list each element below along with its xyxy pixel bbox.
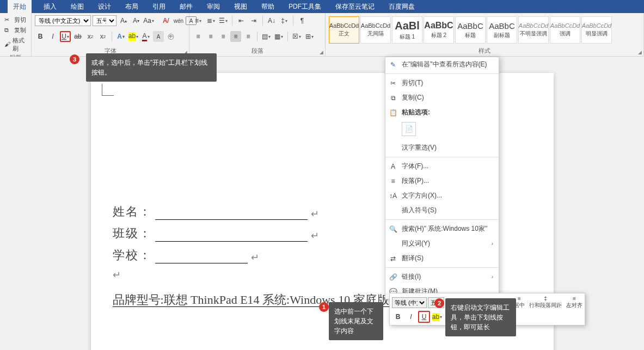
style-标题[interactable]: AaBbC标题 [455,16,486,44]
strike-button[interactable]: ab [72,31,83,42]
tab-draw[interactable]: 绘图 [69,0,86,14]
highlight-button[interactable]: ab▾ [128,31,139,42]
underline-name [155,207,308,220]
indent-inc-button[interactable]: ⇥ [248,15,259,26]
align-distribute-button[interactable]: ≡ [243,31,254,42]
return-icon: ↵ [251,251,259,263]
ctx-editor-view[interactable]: ✎在"编辑器"中查看所选内容(E) [385,57,499,72]
enclosed-char-button[interactable]: ㊥ [165,31,176,42]
tab-home[interactable]: 开始 [8,0,32,14]
style-不明显强调[interactable]: AaBbCcDd不明显强调 [518,16,549,44]
paragraph-opt1-button[interactable]: ☒▾ [291,31,302,42]
style-标题 2[interactable]: AaBbC标题 2 [424,16,454,44]
copy-button[interactable]: ⧉复制 [3,26,28,35]
mini-highlight-button[interactable]: ab▾ [431,311,443,323]
center-icon: ≡ [518,296,521,302]
tab-cloudnote[interactable]: 保存至云笔记 [333,0,377,14]
tab-insert[interactable]: 插入 [41,0,59,14]
ctx-paragraph[interactable]: ≡段落(P)... [385,174,499,188]
numbering-button[interactable]: ≣▾ [205,15,216,26]
mini-italic-button[interactable]: I [405,311,417,323]
multilevel-button[interactable]: ☰▾ [218,15,229,26]
char-shading-button[interactable]: A [153,31,164,42]
mini-alignleft-button[interactable]: ≡左对齐 [566,296,582,309]
tab-design[interactable]: 设计 [96,0,113,14]
font-size-select[interactable]: 五号 [93,15,116,26]
font-family-select[interactable]: 等线 (中文正文) [35,15,91,26]
mini-bold-button[interactable]: B [392,311,404,323]
ctx-insert-symbol[interactable]: 插入符号(S) [385,203,499,218]
style-无间隔[interactable]: AaBbCcDd无间隔 [360,16,391,44]
context-menu: ✎在"编辑器"中查看所选内容(E) ✂剪切(T) ⧉复制(C) 📋粘贴选项: 📄… [385,57,499,299]
callout-3: 或者，选中后，单击"开始"工具栏下划线按钮。 [86,53,217,82]
styles-gallery[interactable]: AaBbCcDd正文AaBbCcDd无间隔AaBl标题 1AaBbC标题 2Aa… [329,15,640,44]
style-明显强调[interactable]: AaBbCcDd明显强调 [581,16,612,44]
align-center-button[interactable]: ≡ [205,31,216,42]
borders-button[interactable]: ▦▾ [273,31,284,42]
ctx-cut[interactable]: ✂剪切(T) [385,76,499,90]
style-正文[interactable]: AaBbCcDd正文 [329,16,359,44]
textdir-icon: ↕A [389,192,397,200]
ctx-font[interactable]: A字体(F)... [385,159,499,174]
alignleft-icon: ≡ [573,296,576,302]
line-spacing-button[interactable]: ‡▾ [279,15,290,26]
paste-icon: 📋 [389,108,397,117]
shrink-font-button[interactable]: A▾ [131,15,142,26]
style-强调[interactable]: AaBbCcDd强调 [550,16,580,44]
align-right-button[interactable]: ≡ [218,31,229,42]
style-副标题[interactable]: AaBbC副标题 [487,16,517,44]
tab-view[interactable]: 视图 [232,0,249,14]
paste-keep-text-button[interactable]: 📄 [402,122,416,136]
margin-marker-icon [102,84,114,96]
ctx-copy[interactable]: ⧉复制(C) [385,90,499,105]
ctx-translate[interactable]: ⇄翻译(S) [385,251,499,266]
paragraph-opt2-button[interactable]: ⊞▾ [304,31,315,42]
ctx-search[interactable]: 🔍搜索(H)" 系统:Windows 10家" [385,222,499,236]
grow-font-button[interactable]: A▴ [118,15,129,26]
font-icon: A [389,162,397,171]
shading-button[interactable]: ▤▾ [261,31,272,42]
group-paragraph: ≡▾ ≣▾ ☰▾ ⇤ ⇥ A↓ ‡▾ ¶ ≡ ≡ ≡ ≡ ≡ ▤▾ ▦▾ ☒▾ … [189,13,326,56]
ribbon-tabs: 开始 插入 绘图 设计 布局 引用 邮件 审阅 视图 帮助 PDF工具集 保存至… [0,0,644,13]
ctx-reconvert[interactable]: 汉字重选(V) [385,140,499,155]
tab-mailings[interactable]: 邮件 [177,0,195,14]
align-justify-button[interactable]: ≡ [230,31,241,42]
tab-baidu[interactable]: 百度网盘 [387,0,417,14]
underline-class [155,229,308,242]
badge-2: 2 [434,298,444,308]
style-标题 1[interactable]: AaBl标题 1 [392,16,422,44]
change-case-button[interactable]: Aa▾ [143,15,154,26]
bold-button[interactable]: B [35,31,46,42]
bullets-button[interactable]: ≡▾ [193,15,204,26]
tab-pdf[interactable]: PDF工具集 [286,0,323,14]
tab-layout[interactable]: 布局 [123,0,140,14]
editor-icon: ✎ [389,60,397,69]
ctx-synonym[interactable]: 同义词(Y)› [385,236,499,251]
tab-review[interactable]: 审阅 [205,0,222,14]
text-effect-button[interactable]: A▾ [115,31,126,42]
italic-button[interactable]: I [47,31,58,42]
ctx-text-direction[interactable]: ↕A文字方向(X)... [385,188,499,203]
ctx-link[interactable]: 🔗链接(I)› [385,269,499,284]
mini-linepara-button[interactable]: ‡行和段落间距 [529,296,562,309]
format-painter-button[interactable]: 🖌格式刷 [3,36,28,53]
show-marks-button[interactable]: ¶ [297,15,308,26]
tab-references[interactable]: 引用 [150,0,168,14]
sort-button[interactable]: A↓ [266,15,277,26]
translate-icon: ⇄ [389,254,397,263]
mini-font-select[interactable]: 等线 (中文 [392,297,427,308]
font-color-button[interactable]: A▾ [140,31,151,42]
pinyin-button[interactable]: wén [173,15,184,26]
chevron-right-icon: › [492,241,493,247]
align-left-button[interactable]: ≡ [193,31,204,42]
indent-dec-button[interactable]: ⇤ [236,15,247,26]
sub-button[interactable]: x2 [85,31,96,42]
phonetic-button[interactable]: A/ [161,15,171,26]
cut-button[interactable]: ✂剪切 [3,15,28,24]
underline-button[interactable]: U▾ [60,31,71,42]
tab-help[interactable]: 帮助 [259,0,277,14]
ribbon: ✂剪切 ⧉复制 🖌格式刷 贴板◢ 等线 (中文正文) 五号 A▴ A▾ Aa▾ … [0,13,644,57]
sup-button[interactable]: x2 [97,31,108,42]
callout-1: 选中前一个下划线末尾及文字内容 [329,302,383,340]
mini-underline-button[interactable]: U [418,311,430,323]
